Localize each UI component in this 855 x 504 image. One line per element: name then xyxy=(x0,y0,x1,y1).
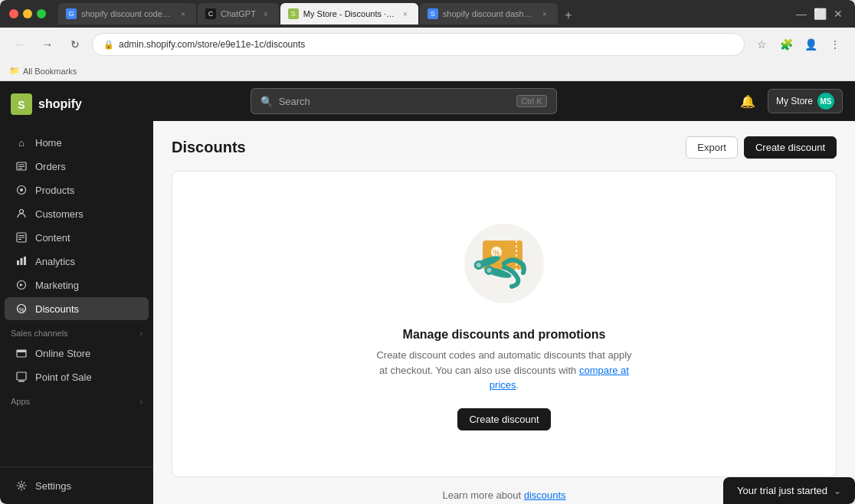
tab-label-1: shopify discount codes - Goog... xyxy=(81,9,173,18)
apps-chevron[interactable]: › xyxy=(140,398,142,406)
menu-button[interactable]: ⋮ xyxy=(824,34,846,55)
sidebar-nav: ⌂ Home Orders xyxy=(0,127,153,466)
trial-pill[interactable]: Your trial just started ⌄ xyxy=(723,477,855,504)
tab-close-2[interactable]: × xyxy=(260,8,271,19)
sidebar-item-customers[interactable]: Customers xyxy=(5,202,149,225)
browser-window: G shopify discount codes - Goog... × C C… xyxy=(0,0,855,504)
discount-illustration: % xyxy=(458,218,550,309)
sales-channels-section: Sales channels › xyxy=(0,321,153,341)
customers-icon xyxy=(15,208,28,220)
address-input[interactable]: 🔒 admin.shopify.com/store/e9e11e-1c/disc… xyxy=(92,33,745,56)
trial-label: Your trial just started xyxy=(737,485,827,496)
header-right: 🔔 My Store MS xyxy=(735,89,843,113)
marketing-icon xyxy=(15,279,28,291)
tab-favicon-1: G xyxy=(66,8,77,19)
empty-state-description: Create discount codes and automatic disc… xyxy=(374,348,634,393)
create-discount-button-header[interactable]: Create discount xyxy=(744,136,837,159)
window-restore-btn[interactable]: ⬜ xyxy=(812,6,827,21)
app-header: 🔍 Search Ctrl K 🔔 My Store MS xyxy=(153,81,855,121)
tab-label-2: ChatGPT xyxy=(221,9,256,18)
bookmarks-bar: 📁 All Bookmarks xyxy=(0,61,855,81)
trial-chevron-icon: ⌄ xyxy=(834,486,841,496)
sidebar-item-discounts-label: Discounts xyxy=(35,303,79,315)
create-discount-button-empty[interactable]: Create discount xyxy=(457,408,550,430)
sidebar-item-online-store-label: Online Store xyxy=(35,348,90,359)
window-close-btn[interactable]: ✕ xyxy=(830,6,846,21)
notifications-button[interactable]: 🔔 xyxy=(735,89,760,113)
back-button[interactable]: ← xyxy=(9,34,31,55)
analytics-icon xyxy=(15,255,28,267)
browser-tab-3[interactable]: S My Store - Discounts · Shopify × xyxy=(280,3,418,25)
empty-state-card: % xyxy=(172,171,837,477)
sales-channels-chevron[interactable]: › xyxy=(140,329,142,338)
window-minimize-btn[interactable]: — xyxy=(794,6,809,21)
svg-rect-22 xyxy=(18,381,25,382)
sidebar-item-marketing[interactable]: Marketing xyxy=(5,273,149,296)
bookmarks-label: 📁 xyxy=(9,66,20,76)
store-button[interactable]: My Store MS xyxy=(768,89,843,113)
close-button[interactable] xyxy=(9,9,18,18)
browser-tab-1[interactable]: G shopify discount codes - Goog... × xyxy=(58,3,196,25)
sidebar-item-settings[interactable]: Settings xyxy=(5,474,149,497)
tab-favicon-2: C xyxy=(205,8,216,19)
svg-point-24 xyxy=(20,484,23,487)
new-tab-button[interactable]: + xyxy=(559,6,578,25)
trial-banner: Your trial just started ⌄ xyxy=(153,477,855,504)
sidebar-item-orders[interactable]: Orders xyxy=(5,155,149,178)
scissors-coupon-svg: % xyxy=(458,218,550,309)
tab-close-1[interactable]: × xyxy=(178,8,188,19)
lock-icon: 🔒 xyxy=(103,40,114,50)
shopify-logo-icon: S xyxy=(11,93,32,115)
reload-button[interactable]: ↻ xyxy=(64,34,86,55)
bookmark-button[interactable]: ☆ xyxy=(751,34,772,55)
export-button[interactable]: Export xyxy=(686,136,738,159)
svg-point-7 xyxy=(20,188,23,191)
tab-close-3[interactable]: × xyxy=(400,8,411,19)
page-content: Discounts Export Create discount xyxy=(153,121,855,504)
orders-icon xyxy=(15,160,28,172)
sidebar-item-content-label: Content xyxy=(35,232,70,244)
sidebar-item-home[interactable]: ⌂ Home xyxy=(5,131,149,154)
title-bar: G shopify discount codes - Goog... × C C… xyxy=(0,0,855,28)
main-content: 🔍 Search Ctrl K 🔔 My Store MS Discounts xyxy=(153,81,855,504)
minimize-button[interactable] xyxy=(23,9,32,18)
search-bar[interactable]: 🔍 Search Ctrl K xyxy=(251,88,557,114)
maximize-button[interactable] xyxy=(37,9,46,18)
sidebar-item-settings-label: Settings xyxy=(35,480,71,492)
tab-label-4: shopify discount dashboard - C... xyxy=(443,9,535,18)
sidebar-item-analytics[interactable]: Analytics xyxy=(5,250,149,273)
sidebar: S shopify ⌂ Home xyxy=(0,81,153,504)
sidebar-item-customers-label: Customers xyxy=(35,208,84,220)
store-avatar: MS xyxy=(817,93,834,110)
forward-button[interactable]: → xyxy=(37,34,58,55)
sidebar-item-discounts[interactable]: % Discounts xyxy=(5,297,149,320)
profile-button[interactable]: 👤 xyxy=(800,34,821,55)
content-icon xyxy=(15,231,28,244)
shopify-app: S shopify ⌂ Home xyxy=(0,81,855,504)
bookmarks-text[interactable]: All Bookmarks xyxy=(23,67,77,76)
tab-close-4[interactable]: × xyxy=(539,8,550,19)
page-actions: Export Create discount xyxy=(686,136,837,159)
sidebar-item-pos-label: Point of Sale xyxy=(35,371,92,383)
apps-section: Apps › xyxy=(0,389,153,409)
store-name: My Store xyxy=(776,96,813,106)
address-bar: ← → ↻ 🔒 admin.shopify.com/store/e9e11e-1… xyxy=(0,28,855,61)
svg-rect-15 xyxy=(24,257,26,265)
search-placeholder: Search xyxy=(279,96,511,107)
sidebar-item-online-store[interactable]: Online Store xyxy=(5,342,149,365)
sidebar-item-products[interactable]: Products xyxy=(5,178,149,201)
browser-tab-2[interactable]: C ChatGPT × xyxy=(198,3,279,25)
page-area: Discounts Export Create discount xyxy=(153,121,855,504)
sidebar-item-pos[interactable]: Point of Sale xyxy=(5,365,149,388)
address-actions: ☆ 🧩 👤 ⋮ xyxy=(751,34,846,55)
tab-favicon-4: S xyxy=(428,8,438,19)
tab-favicon-3: S xyxy=(288,8,299,19)
svg-text:S: S xyxy=(18,99,25,111)
sidebar-item-content[interactable]: Content xyxy=(5,226,149,249)
apps-label: Apps xyxy=(11,397,30,406)
svg-point-8 xyxy=(20,210,24,214)
browser-tab-4[interactable]: S shopify discount dashboard - C... × xyxy=(420,3,558,25)
empty-state-desc-after: . xyxy=(516,379,519,391)
extensions-button[interactable]: 🧩 xyxy=(775,34,797,55)
sidebar-logo: S shopify xyxy=(0,81,153,127)
